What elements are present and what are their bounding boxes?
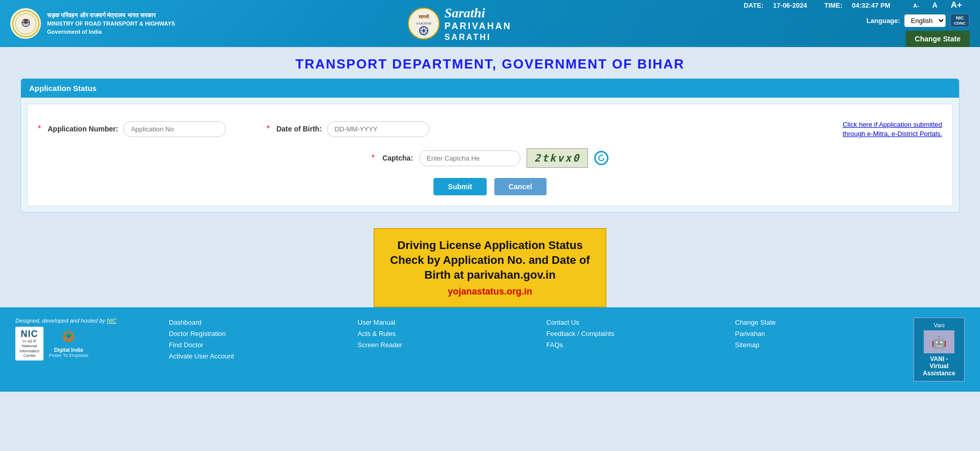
- banner-subsite: yojanastatus.org.in: [390, 286, 590, 297]
- form-row-1: * Application Number: * Date of Birth: C…: [38, 120, 942, 138]
- submit-button[interactable]: Submit: [433, 178, 486, 195]
- footer-col-3: Contact Us Feedback / Complaints FAQs: [536, 318, 725, 381]
- required-star-3: *: [372, 153, 375, 163]
- nic-designed-text: Designed, developed and hosted by NIC: [15, 318, 159, 324]
- banner-area: Driving License Application Status Check…: [0, 223, 980, 307]
- app-status-body: * Application Number: * Date of Birth: C…: [27, 104, 953, 206]
- digital-india-logo: Digital India Power To Empower: [49, 329, 89, 358]
- app-number-label: Application Number:: [48, 125, 118, 133]
- footer-link-contact[interactable]: Contact Us: [547, 318, 715, 327]
- govt-logo: [10, 8, 41, 39]
- font-large[interactable]: A+: [951, 0, 962, 10]
- captcha-refresh-button[interactable]: [594, 151, 608, 165]
- footer-links-col2-list: User Manual Acts & Rules Screen Reader: [358, 318, 526, 349]
- change-state-button[interactable]: Change State: [906, 31, 970, 47]
- footer-link-change-state[interactable]: Change State: [735, 318, 903, 327]
- btn-row: Submit Cancel: [38, 178, 942, 195]
- footer-col-2: User Manual Acts & Rules Screen Reader: [347, 318, 536, 381]
- language-label: Language:: [866, 17, 900, 25]
- required-star-1: *: [38, 124, 41, 133]
- parivahan-label: PARIVAHAN: [445, 21, 512, 32]
- footer-inner: Designed, developed and hosted by NIC NI…: [15, 318, 965, 381]
- banner-title: Driving License Application Status Check…: [390, 238, 590, 282]
- app-status-header: Application Status: [21, 79, 959, 98]
- hindi-title: सड़क परिवहन और राजमार्ग मंत्रालय भारत सर…: [47, 11, 175, 20]
- footer-link-doctor-reg[interactable]: Doctor Registration: [169, 329, 337, 338]
- footer-link-find-doctor[interactable]: Find Doctor: [169, 340, 337, 349]
- footer-link-screen-reader[interactable]: Screen Reader: [358, 340, 526, 349]
- vani-image: 🤖: [924, 330, 954, 353]
- footer-link-acts-rules[interactable]: Acts & Rules: [358, 329, 526, 338]
- english-title: MINISTRY OF ROAD TRANSPORT & HIGHWAYS: [47, 20, 175, 28]
- vani-title: VANI -VirtualAssistance: [923, 355, 955, 377]
- font-normal[interactable]: A: [932, 1, 938, 9]
- dob-group: * Date of Birth:: [267, 121, 429, 137]
- time-value: 04:32:47 PM: [852, 2, 890, 9]
- datetime: DATE: 17-06-2024 TIME: 04:32:47 PM A- A …: [744, 0, 970, 10]
- svg-text:सारथी: सारथी: [418, 14, 429, 19]
- svg-text:SARATHI: SARATHI: [416, 21, 431, 26]
- digital-india-label: Digital India: [54, 347, 83, 353]
- cancel-button[interactable]: Cancel: [494, 178, 547, 195]
- footer-link-activate[interactable]: Activate User Account: [169, 351, 337, 360]
- footer-link-dashboard[interactable]: Dashboard: [169, 318, 337, 327]
- dob-label: Date of Birth:: [276, 125, 322, 133]
- app-number-group: * Application Number:: [38, 121, 226, 137]
- footer-links-col4-list: Change State Parivahan Sitemap: [735, 318, 903, 349]
- date-label: DATE: 17-06-2024: [744, 2, 815, 9]
- captcha-label: Captcha:: [382, 154, 413, 162]
- footer-link-sitemap[interactable]: Sitemap: [735, 340, 903, 349]
- header-left: सड़क परिवहन और राजमार्ग मंत्रालय भारत सर…: [10, 8, 175, 39]
- banner-box: Driving License Application Status Check…: [374, 228, 606, 307]
- header-center: सारथी SARATHI Sarathi PARIVAHAN SARATHI: [407, 5, 512, 42]
- dob-input[interactable]: [327, 121, 429, 137]
- captcha-input[interactable]: [419, 150, 520, 166]
- subtitle: Government of India: [47, 28, 175, 36]
- ministry-text: सड़क परिवहन और राजमार्ग मंत्रालय भारत सर…: [47, 11, 175, 36]
- font-small[interactable]: A-: [913, 3, 919, 9]
- vani-label: Vani: [933, 322, 944, 328]
- footer-link-feedback[interactable]: Feedback / Complaints: [547, 329, 715, 338]
- digital-india-sub: Power To Empower: [49, 353, 89, 358]
- footer-link-user-manual[interactable]: User Manual: [358, 318, 526, 327]
- nic-logo: NIC एन आई सी National Informatics Centre: [15, 327, 43, 360]
- footer-links-col3-list: Contact Us Feedback / Complaints FAQs: [547, 318, 715, 349]
- header: सड़क परिवहन और राजमार्ग मंत्रालय भारत सर…: [0, 0, 980, 47]
- dept-title: TRANSPORT DEPARTMENT, GOVERNMENT OF BIHA…: [0, 47, 980, 78]
- svg-point-21: [68, 336, 70, 338]
- footer-links-col1-list: Dashboard Doctor Registration Find Docto…: [169, 318, 337, 360]
- sarathi-label: SARATHI: [445, 32, 512, 42]
- footer-col-nic: Designed, developed and hosted by NIC NI…: [15, 318, 159, 381]
- date-value: 17-06-2024: [773, 2, 808, 9]
- required-star-2: *: [267, 124, 270, 133]
- nic-link[interactable]: NIC: [107, 318, 117, 324]
- nic-hindi: एन आई सी: [23, 340, 36, 344]
- footer: Designed, developed and hosted by NIC NI…: [0, 307, 980, 392]
- footer-logos: NIC एन आई सी National Informatics Centre: [15, 327, 159, 360]
- header-right: DATE: 17-06-2024 TIME: 04:32:47 PM A- A …: [744, 0, 970, 47]
- footer-col-4: Change State Parivahan Sitemap: [725, 318, 913, 381]
- language-row: Language: English हिंदी NIC CDNC: [866, 13, 970, 28]
- vani-box[interactable]: Vani 🤖 VANI -VirtualAssistance: [913, 318, 965, 381]
- captcha-row: * Captcha: 2tkvx0: [38, 148, 942, 168]
- footer-link-parivahan[interactable]: Parivahan: [735, 329, 903, 338]
- emitra-link[interactable]: Click here if Application submitted thro…: [843, 121, 942, 138]
- language-select[interactable]: English हिंदी: [904, 14, 946, 27]
- footer-col-1: Dashboard Doctor Registration Find Docto…: [159, 318, 347, 381]
- captcha-image: 2tkvx0: [527, 148, 588, 168]
- time-label: TIME: 04:32:47 PM: [824, 2, 898, 9]
- footer-link-faqs[interactable]: FAQs: [547, 340, 715, 349]
- sarathi-logo: सारथी SARATHI Sarathi PARIVAHAN SARATHI: [407, 5, 512, 42]
- app-status-container: Application Status * Application Number:…: [20, 78, 960, 213]
- app-number-input[interactable]: [123, 121, 226, 137]
- svg-marker-19: [601, 154, 603, 156]
- sarathi-text-block: Sarathi PARIVAHAN SARATHI: [445, 5, 512, 42]
- cdac-badge: NIC CDNC: [950, 13, 970, 28]
